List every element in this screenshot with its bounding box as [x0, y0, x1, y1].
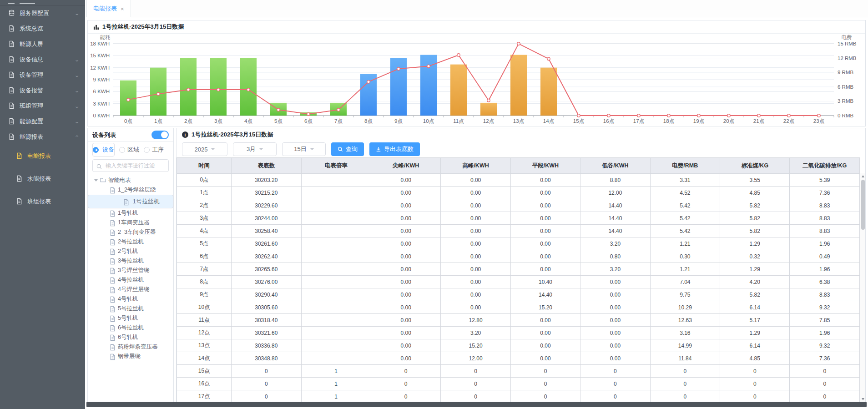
tree-root-智能电表[interactable]: 智能电表	[88, 176, 173, 185]
tab-close-icon[interactable]: ×	[121, 6, 124, 12]
sidebar-subitem-班组报表[interactable]: 班组报表	[0, 190, 85, 213]
tree-item-2号拉丝机[interactable]: 2号拉丝机	[88, 237, 173, 247]
table-row: 8点30276.000.000.0010.400.007.044.206.38	[177, 276, 860, 288]
caret-down-icon[interactable]	[94, 179, 98, 182]
tree-item-3号焊丝管绕[interactable]: 3号焊丝管绕	[88, 266, 173, 275]
document-icon	[16, 175, 23, 182]
tree-item-6号轧机[interactable]: 6号轧机	[88, 333, 173, 342]
month-select[interactable]: 3月	[233, 142, 277, 156]
sidebar-item-clipped-top[interactable]	[0, 0, 85, 5]
table-panel-header: i 1号拉丝机-2025年3月15日数据	[177, 128, 865, 141]
sidebar: 服务器配置⌄系统总览能源大屏设备信息⌄设备管理⌄设备报警⌄班组管理⌄能源配置⌄能…	[0, 0, 85, 409]
tree-item-label: 1车间变压器	[118, 219, 149, 227]
sidebar-subitem-水能报表[interactable]: 水能报表	[0, 167, 85, 190]
document-icon	[109, 239, 115, 245]
tree-item-3号拉丝机[interactable]: 3号拉丝机	[88, 256, 173, 266]
table-cell: 0	[441, 365, 510, 378]
table-cell: 0.00	[510, 263, 580, 276]
sidebar-item-班组管理[interactable]: 班组管理⌄	[0, 98, 85, 114]
table-cell: 0.00	[371, 212, 440, 225]
day-select[interactable]: 15日	[282, 142, 326, 156]
sidebar-item-设备报警[interactable]: 设备报警⌄	[0, 83, 85, 98]
tree-item-1_2号焊丝层绕[interactable]: 1_2号焊丝层绕	[88, 185, 173, 195]
radio-label: 工序	[152, 146, 164, 154]
device-search-box[interactable]	[92, 159, 169, 172]
radio-工序[interactable]: 工序	[144, 146, 164, 154]
table-cell: 0.00	[580, 352, 650, 365]
sidebar-item-系统总览[interactable]: 系统总览	[0, 21, 85, 36]
tree-item-药粉焊条变压器[interactable]: 药粉焊条变压器	[88, 342, 173, 352]
table-cell: 0	[232, 378, 301, 390]
radio-设备[interactable]: 设备	[92, 143, 115, 157]
document-icon	[8, 133, 15, 141]
sidebar-item-服务器配置[interactable]: 服务器配置⌄	[0, 5, 85, 21]
year-select[interactable]: 2025	[182, 142, 227, 156]
sidebar-item-能源报表[interactable]: 能源报表⌃	[0, 129, 85, 145]
tree-item-6号拉丝机[interactable]: 6号拉丝机	[88, 323, 173, 333]
sidebar-item-label: 班组管理	[20, 102, 75, 110]
sidebar-item-设备信息[interactable]: 设备信息⌄	[0, 52, 85, 67]
radio-区域[interactable]: 区域	[119, 146, 139, 154]
table-cell: 5.82	[720, 199, 790, 212]
tab-electric-report[interactable]: 电能报表 ×	[86, 0, 131, 17]
tree-item-钢带层绕[interactable]: 钢带层绕	[88, 352, 173, 361]
table-cell: 0	[720, 365, 790, 378]
tree-item-2_3车间变压器[interactable]: 2_3车间变压器	[88, 227, 173, 237]
table-cell: 0	[371, 390, 440, 402]
scroll-up-icon[interactable]	[860, 173, 866, 179]
sidebar-item-设备管理[interactable]: 设备管理⌄	[0, 67, 85, 83]
device-panel-toggle[interactable]	[151, 131, 169, 139]
tree-item-4号焊丝层绕[interactable]: 4号焊丝层绕	[88, 285, 173, 294]
tree-item-4号拉丝机[interactable]: 4号拉丝机	[88, 275, 173, 285]
document-icon	[109, 353, 115, 359]
table-cell: 0.00	[371, 276, 440, 288]
table-cell: 3.16	[650, 327, 720, 339]
tree-item-5号拉丝机[interactable]: 5号拉丝机	[88, 304, 173, 313]
sidebar-item-能源配置[interactable]: 能源配置⌄	[0, 114, 85, 129]
table-cell	[301, 187, 371, 199]
table-cell: 6.38	[790, 276, 860, 288]
table-vertical-scrollbar[interactable]	[860, 173, 865, 402]
scroll-down-icon[interactable]	[860, 396, 866, 402]
tree-item-1号拉丝机[interactable]: 1号拉丝机	[88, 195, 173, 208]
table-cell: 30265.60	[232, 263, 301, 276]
chevron-down-icon: ⌄	[74, 88, 80, 93]
sidebar-menu: 服务器配置⌄系统总览能源大屏设备信息⌄设备管理⌄设备报警⌄班组管理⌄能源配置⌄能…	[0, 5, 85, 213]
tree-item-5号轧机[interactable]: 5号轧机	[88, 313, 173, 323]
sidebar-item-能源大屏[interactable]: 能源大屏	[0, 36, 85, 52]
svg-text:16点: 16点	[603, 118, 614, 124]
table-row: 13点30336.800.0015.200.000.0014.996.149.3…	[177, 339, 860, 352]
chart-title: 1号拉丝机-2025年3月15日数据	[102, 23, 184, 31]
query-button[interactable]: 查询	[331, 142, 364, 156]
sidebar-subitem-电能报表[interactable]: 电能报表	[0, 145, 85, 167]
scrollbar-thumb[interactable]	[861, 180, 865, 230]
tree-item-label: 2号轧机	[118, 247, 138, 255]
table-cell	[301, 352, 371, 365]
column-header: 表底数	[232, 158, 301, 174]
document-icon	[8, 71, 15, 79]
table-cell: 10.40	[510, 276, 580, 288]
tree-item-4号轧机[interactable]: 4号轧机	[88, 294, 173, 304]
table-cell	[301, 314, 371, 327]
device-search-input[interactable]	[105, 162, 165, 169]
svg-text:12 KWH: 12 KWH	[90, 65, 110, 71]
table-cell: 0.00	[371, 199, 440, 212]
table-cell	[301, 263, 371, 276]
table-cell: 30258.40	[232, 225, 301, 237]
table-row: 5点30261.600.000.000.003.201.211.291.96	[177, 237, 860, 250]
table-cell: 1.96	[790, 263, 860, 276]
svg-text:3 KWH: 3 KWH	[93, 101, 110, 106]
export-button[interactable]: 导出表底数	[369, 142, 420, 156]
svg-text:7点: 7点	[334, 118, 343, 124]
document-icon	[109, 344, 115, 350]
table-cell: 14.40	[510, 288, 580, 301]
tree-item-1号轧机[interactable]: 1号轧机	[88, 208, 173, 218]
svg-text:2点: 2点	[184, 118, 192, 124]
bar-chart-icon	[93, 24, 99, 30]
tree-item-2号轧机[interactable]: 2号轧机	[88, 247, 173, 256]
table-cell: 0.00	[580, 339, 650, 352]
table-row: 4点30258.400.000.000.0014.405.425.828.83	[177, 225, 860, 237]
table-cell: 12.80	[441, 314, 510, 327]
tree-item-1车间变压器[interactable]: 1车间变压器	[88, 218, 173, 227]
horizontal-scrollbar[interactable]	[86, 402, 867, 407]
